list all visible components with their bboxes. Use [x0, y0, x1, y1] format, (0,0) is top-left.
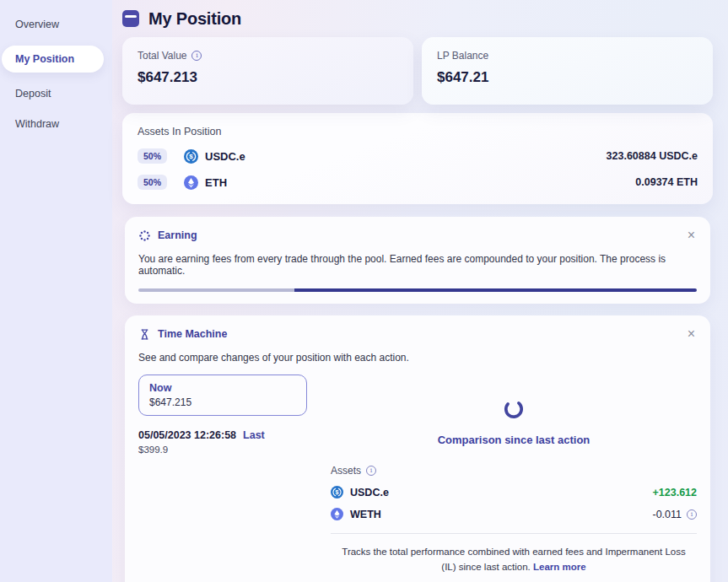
- assets-in-position-card: Assets In Position 50% $ USDC.e 323.6088…: [122, 113, 713, 204]
- usdc-icon: $: [184, 149, 198, 164]
- learn-more-link[interactable]: Learn more: [533, 562, 586, 572]
- position-box-icon: [122, 10, 139, 27]
- percent-badge: 50%: [138, 175, 167, 190]
- earning-progress-gray: [138, 288, 294, 292]
- loading-spinner-icon: [503, 398, 525, 420]
- timeline-column: Now $647.215 05/05/2023 12:26:58 Last $3…: [138, 375, 307, 575]
- timeline-now-box[interactable]: Now $647.215: [138, 375, 307, 416]
- footnote: Tracks the total performance combined wi…: [331, 545, 697, 575]
- info-icon[interactable]: [687, 509, 697, 520]
- now-value: $647.215: [149, 396, 296, 408]
- total-value-card: Total Value $647.213: [122, 37, 413, 105]
- earning-progress-bar: [138, 288, 697, 292]
- svg-text:$: $: [189, 153, 193, 160]
- lp-balance-card: LP Balance $647.21: [422, 37, 713, 105]
- asset-row-usdc: 50% $ USDC.e 323.60884 USDC.e: [138, 148, 698, 164]
- last-timestamp: 05/05/2023 12:26:58: [138, 429, 236, 441]
- asset-change-negative: -0.011: [652, 509, 682, 520]
- assets-label: Assets: [331, 465, 361, 477]
- earning-sparkle-icon: [138, 229, 151, 242]
- stats-row: Total Value $647.213 LP Balance $647.21: [122, 37, 713, 105]
- timeline-last-entry[interactable]: 05/05/2023 12:26:58 Last: [138, 429, 307, 441]
- earning-card: Earning × You are earning fees from ever…: [125, 217, 710, 304]
- info-icon[interactable]: [191, 51, 202, 61]
- lp-balance-label: LP Balance: [437, 50, 488, 62]
- time-machine-card: Time Machine × See and compare changes o…: [125, 315, 710, 582]
- sidebar-item-my-position[interactable]: My Position: [2, 46, 104, 73]
- assets-in-position-title: Assets In Position: [138, 126, 698, 137]
- usdc-icon: $: [331, 486, 343, 498]
- last-tag: Last: [243, 429, 265, 441]
- time-machine-title: Time Machine: [158, 328, 227, 340]
- close-icon[interactable]: ×: [686, 229, 697, 242]
- lp-balance: $647.21: [437, 69, 698, 86]
- asset-change-positive: +123.612: [653, 487, 697, 498]
- comparison-row-weth: WETH -0.011: [331, 508, 697, 520]
- asset-row-eth: 50% ETH 0.09374 ETH: [138, 175, 698, 190]
- percent-badge: 50%: [138, 148, 167, 164]
- main-content: My Position Total Value $647.213 LP Bala…: [112, 0, 728, 582]
- asset-symbol: ETH: [205, 176, 227, 189]
- sidebar-item-withdraw[interactable]: Withdraw: [0, 111, 112, 137]
- weth-icon: [331, 508, 343, 520]
- eth-icon: [184, 175, 198, 190]
- comparison-label: Comparison since last action: [331, 434, 697, 446]
- comparison-row-usdc: $ USDC.e +123.612: [331, 486, 697, 498]
- asset-amount: 0.09374 ETH: [635, 176, 698, 188]
- earning-progress-dark: [294, 288, 697, 292]
- now-label: Now: [149, 382, 296, 394]
- sidebar: Overview My Position Deposit Withdraw: [0, 0, 112, 582]
- time-machine-description: See and compare changes of your position…: [138, 352, 697, 364]
- total-value: $647.213: [138, 69, 398, 86]
- sidebar-item-overview[interactable]: Overview: [0, 12, 112, 37]
- app-root: Overview My Position Deposit Withdraw My…: [0, 0, 728, 582]
- time-machine-body: Now $647.215 05/05/2023 12:26:58 Last $3…: [138, 375, 697, 575]
- page-title: My Position: [148, 9, 241, 29]
- earning-description: You are earning fees from every trade th…: [138, 253, 697, 277]
- earning-title: Earning: [158, 229, 197, 241]
- footnote-text: Tracks the total performance combined wi…: [342, 547, 685, 572]
- hourglass-icon: [138, 328, 151, 341]
- sidebar-item-deposit[interactable]: Deposit: [0, 81, 112, 106]
- asset-amount: 323.60884 USDC.e: [607, 150, 698, 162]
- asset-symbol: USDC.e: [205, 150, 245, 163]
- total-value-label: Total Value: [138, 50, 186, 62]
- svg-text:$: $: [336, 489, 339, 496]
- info-icon[interactable]: [366, 466, 376, 476]
- page-header: My Position: [122, 5, 713, 32]
- asset-symbol: WETH: [350, 509, 381, 520]
- asset-symbol: USDC.e: [350, 487, 389, 498]
- comparison-column: Comparison since last action Assets $ US…: [331, 375, 697, 575]
- divider: [331, 533, 697, 534]
- close-icon[interactable]: ×: [686, 327, 697, 341]
- last-value: $399.9: [138, 445, 307, 455]
